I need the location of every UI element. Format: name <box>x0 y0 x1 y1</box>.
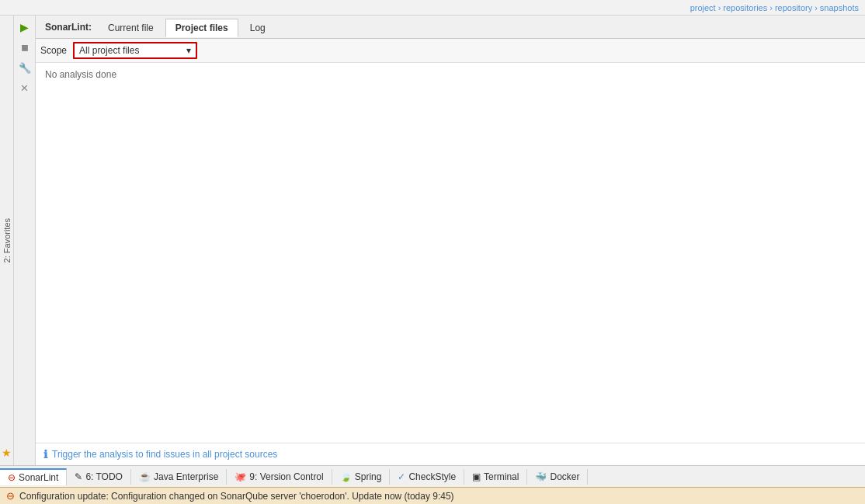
tool-docker-label: Docker <box>550 471 579 482</box>
no-analysis-text: No analysis done <box>45 69 116 80</box>
info-bar: ℹ Trigger the analysis to find issues in… <box>36 443 865 465</box>
panel-label: SonarLint: <box>39 22 98 33</box>
version-control-tool-icon: 🐙 <box>234 471 246 482</box>
tool-java-enterprise[interactable]: ☕ Java Enterprise <box>131 469 227 485</box>
breadcrumb-repository[interactable]: repository <box>775 3 812 12</box>
java-enterprise-tool-icon: ☕ <box>139 471 151 482</box>
play-button[interactable]: ▶ <box>16 19 33 36</box>
tool-docker[interactable]: 🐳 Docker <box>527 469 588 485</box>
sonarlint-panel: SonarLint: Current file Project files Lo… <box>36 16 865 465</box>
settings-button[interactable]: 🔧 <box>16 59 33 76</box>
tool-sonarlint-label: SonarLint <box>19 472 58 483</box>
terminal-tool-icon: ▣ <box>472 471 481 482</box>
status-text: Configuration update: Configuration chan… <box>19 491 454 502</box>
tab-log[interactable]: Log <box>240 19 276 36</box>
tool-todo-label: 6: TODO <box>85 471 123 482</box>
chevron-down-icon: ▾ <box>186 45 191 56</box>
favorites-label[interactable]: 2: Favorites <box>2 218 12 262</box>
docker-tool-icon: 🐳 <box>535 471 547 482</box>
toolbar-row: Scope All project files ▾ <box>36 39 865 63</box>
tool-spring[interactable]: 🍃 Spring <box>332 469 391 485</box>
tab-project-files[interactable]: Project files <box>165 19 238 37</box>
bottom-tool-strip: ⊖ SonarLint ✎ 6: TODO ☕ Java Enterprise … <box>0 465 865 487</box>
stop-button[interactable]: ◼ <box>16 39 33 56</box>
tool-todo[interactable]: ✎ 6: TODO <box>67 469 131 485</box>
tool-spring-label: Spring <box>355 471 382 482</box>
tool-checkstyle-label: CheckStyle <box>408 471 456 482</box>
scope-label: Scope <box>40 45 67 56</box>
tool-terminal[interactable]: ▣ Terminal <box>464 469 527 485</box>
main-area: 2: Favorites ★ ▶ ◼ 🔧 ✕ SonarLint: Curren… <box>0 16 865 465</box>
breadcrumb-bar: project › repositories › repository › sn… <box>0 0 865 16</box>
breadcrumb-repositories[interactable]: repositories <box>723 3 767 12</box>
sonarlint-tool-icon: ⊖ <box>8 472 16 483</box>
favorites-star-icon[interactable]: ★ <box>2 447 12 459</box>
scope-dropdown-value: All project files <box>79 45 139 56</box>
status-warning-icon: ⊖ <box>6 490 15 502</box>
checkstyle-tool-icon: ✓ <box>398 471 405 482</box>
status-bar: ⊖ Configuration update: Configuration ch… <box>0 487 865 504</box>
close-button[interactable]: ✕ <box>16 79 33 96</box>
tool-sonarlint[interactable]: ⊖ SonarLint <box>0 468 67 485</box>
breadcrumb-project[interactable]: project <box>690 3 716 12</box>
content-area: No analysis done <box>36 63 865 443</box>
tool-java-enterprise-label: Java Enterprise <box>154 471 218 482</box>
scope-dropdown[interactable]: All project files ▾ <box>73 42 197 59</box>
favorites-sidebar[interactable]: 2: Favorites ★ <box>0 16 14 465</box>
tool-version-control-label: 9: Version Control <box>249 471 323 482</box>
tab-current-file[interactable]: Current file <box>98 19 164 36</box>
tool-version-control[interactable]: 🐙 9: Version Control <box>227 469 332 485</box>
info-text: Trigger the analysis to find issues in a… <box>52 449 277 460</box>
tab-bar: SonarLint: Current file Project files Lo… <box>36 16 865 39</box>
tool-checkstyle[interactable]: ✓ CheckStyle <box>390 469 464 485</box>
left-sidebar: ▶ ◼ 🔧 ✕ <box>14 16 36 465</box>
todo-tool-icon: ✎ <box>75 471 82 482</box>
tool-terminal-label: Terminal <box>484 471 519 482</box>
spring-tool-icon: 🍃 <box>340 471 352 482</box>
breadcrumb-snapshots[interactable]: snapshots <box>820 3 859 12</box>
info-icon: ℹ <box>43 448 47 461</box>
